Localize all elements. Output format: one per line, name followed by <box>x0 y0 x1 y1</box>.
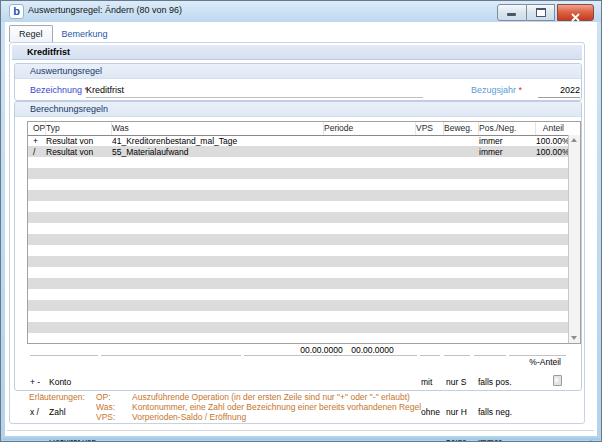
maximize-button[interactable] <box>527 4 555 21</box>
legend-nur-s: nur S <box>446 377 470 387</box>
table-empty-row[interactable] <box>28 190 580 201</box>
erlaeuterung-text: Vorperioden-Saldo / Eröffnung <box>132 412 246 422</box>
minimize-button[interactable] <box>497 4 527 21</box>
maximize-icon <box>536 8 546 17</box>
close-button[interactable] <box>557 4 594 21</box>
erlaeuterung-text: Kontonummer, eine Zahl oder Bezeichnung … <box>132 402 421 412</box>
title-bar[interactable]: b Auswertungsregel: Ändern (80 von 96) <box>1 1 601 22</box>
legend-separator <box>509 355 566 356</box>
group-auswertungsregel-title: Auswertungsregel <box>15 64 581 79</box>
bezugsjahr-label: Bezugsjahr * <box>471 85 522 95</box>
bezeichnung-label-text: Bezeichnung <box>30 85 82 95</box>
table-empty-row[interactable] <box>28 168 580 179</box>
col-header-posneg[interactable]: Pos./Neg. <box>479 122 536 135</box>
erlaeuterung-key: VPS: <box>96 412 115 422</box>
bezeichnung-field[interactable]: Kreditfrist <box>86 85 423 98</box>
col-header-was[interactable]: Was <box>112 122 324 135</box>
table-empty-row[interactable] <box>28 311 580 322</box>
legend-separator <box>30 355 98 356</box>
table-empty-row[interactable] <box>28 256 580 267</box>
erlaeuterungen-block: Erläuterungen: OP: Auszuführende Operati… <box>10 392 584 422</box>
bezeichnung-label: Bezeichnung * <box>30 85 88 95</box>
cell-was: 41_Kreditorenbestand_mal_Tage <box>112 136 324 146</box>
table-empty-row[interactable] <box>28 322 580 333</box>
group-berechnungsregeln-title: Berechnungsregeln <box>15 102 581 117</box>
bezugsjahr-label-text: Bezugsjahr <box>471 85 516 95</box>
window: b Auswertungsregel: Ändern (80 von 96) R… <box>0 0 602 442</box>
table-empty-row[interactable] <box>28 267 580 278</box>
legend-falls-pos: falls pos. <box>478 377 512 387</box>
page-title: Kreditfrist <box>12 45 582 60</box>
table-empty-row[interactable] <box>28 157 580 168</box>
client-area: Regel Bemerkung Kreditfrist Auswertungsr… <box>5 22 597 436</box>
scroll-down-button[interactable] <box>569 332 580 343</box>
legend-typ-konto: Konto <box>49 377 96 387</box>
app-icon: b <box>9 4 24 19</box>
erlaeuterung-key: Was: <box>96 402 115 412</box>
cell-posneg: immer <box>479 147 536 157</box>
status-divider <box>7 430 594 431</box>
table-empty-row[interactable] <box>28 234 580 245</box>
cell-op: / <box>28 147 46 157</box>
col-header-periode[interactable]: Periode <box>324 122 416 135</box>
scroll-up-button[interactable] <box>569 135 580 146</box>
cell-was: 55_Materialaufwand <box>112 147 324 157</box>
col-header-op[interactable]: OP <box>28 122 46 135</box>
legend-separator <box>337 355 417 356</box>
table-empty-row[interactable] <box>28 333 580 343</box>
window-controls <box>497 4 594 21</box>
table-empty-row[interactable] <box>28 245 580 256</box>
table-empty-row[interactable] <box>28 179 580 190</box>
col-header-anteil[interactable]: Anteil <box>536 122 580 135</box>
legend-separator <box>444 355 470 356</box>
bezugsjahr-field[interactable]: 2022 <box>538 85 580 98</box>
erlaeuterungen-label: Erläuterungen: <box>29 392 85 402</box>
group-auswertungsregel: Auswertungsregel Bezeichnung * Kreditfri… <box>14 63 582 101</box>
cell-posneg: immer <box>479 136 536 146</box>
table-empty-row[interactable] <box>28 212 580 223</box>
erlaeuterung-text: Auszuführende Operation (in der ersten Z… <box>132 392 410 402</box>
legend-separator <box>474 355 506 356</box>
erlaeuterung-key: OP: <box>96 392 111 402</box>
table-row[interactable]: + Resultat von 41_Kreditorenbestand_mal_… <box>28 135 580 146</box>
chevron-up-icon <box>571 138 577 142</box>
minimize-icon <box>507 13 516 16</box>
col-header-vps[interactable]: VPS <box>416 122 444 135</box>
group-berechnungsregeln: Berechnungsregeln OP Typ Was Periode VPS… <box>14 101 582 391</box>
tab-page: Kreditfrist Auswertungsregel Bezeichnung… <box>9 42 585 424</box>
table-empty-row[interactable] <box>28 223 580 234</box>
tab-bemerkung[interactable]: Bemerkung <box>53 26 117 42</box>
legend-anteil-label: %-Anteil <box>529 357 561 367</box>
col-header-typ[interactable]: Typ <box>46 122 112 135</box>
tab-regel[interactable]: Regel <box>9 25 53 42</box>
window-bottom-edge <box>2 438 600 440</box>
required-marker: * <box>519 85 523 95</box>
table-header-row: OP Typ Was Periode VPS Beweg. Pos./Neg. … <box>28 122 580 136</box>
window-title: Auswertungsregel: Ändern (80 von 96) <box>28 5 182 15</box>
legend-separator <box>101 355 241 356</box>
cell-typ: Resultat von <box>46 136 112 146</box>
legend-separator <box>420 355 440 356</box>
table-scrollbar[interactable] <box>568 135 580 343</box>
anteil-box-icon <box>553 375 562 386</box>
table-row[interactable]: / Resultat von 55_Materialaufwand immer … <box>28 146 580 157</box>
cell-op: + <box>28 136 46 146</box>
table-empty-row[interactable] <box>28 300 580 311</box>
legend-separator <box>244 355 334 356</box>
table-empty-row[interactable] <box>28 289 580 300</box>
table-empty-row[interactable] <box>28 201 580 212</box>
table-empty-row[interactable] <box>28 278 580 289</box>
rules-table: OP Typ Was Periode VPS Beweg. Pos./Neg. … <box>27 121 581 344</box>
col-header-beweg[interactable]: Beweg. <box>444 122 479 135</box>
legend-beweg-mit: mit <box>421 377 445 387</box>
chevron-down-icon <box>571 336 577 340</box>
cell-typ: Resultat von <box>46 147 112 157</box>
tab-strip: Regel Bemerkung <box>9 25 117 42</box>
table-rows: + Resultat von 41_Kreditorenbestand_mal_… <box>28 135 580 343</box>
